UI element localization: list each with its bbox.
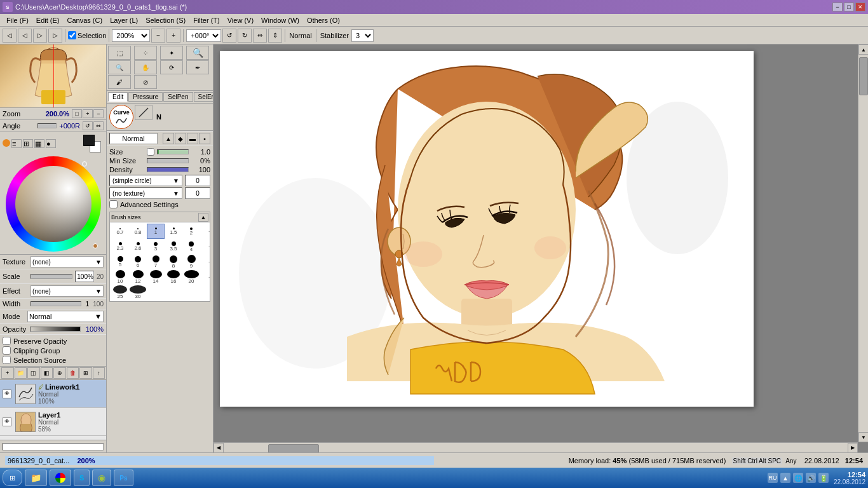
texture-brush-dropdown[interactable]: (no texture) ▼ <box>109 187 182 199</box>
brush-cell-12[interactable]: 12 <box>129 269 147 285</box>
preserve-opacity-checkbox[interactable] <box>3 337 11 345</box>
menu-file[interactable]: File (F) <box>3 16 32 25</box>
brush-shape-3[interactable]: ▬ <box>187 133 198 144</box>
scroll-up-arrow[interactable]: ▲ <box>858 44 868 55</box>
brush-shape-2[interactable]: ◆ <box>175 133 186 144</box>
menu-edit[interactable]: Edit (E) <box>32 16 64 25</box>
circle-dropdown[interactable]: (simple circle) ▼ <box>109 175 182 186</box>
pen-tab-edit[interactable]: Edit <box>108 92 128 102</box>
color-tab-wheel[interactable] <box>3 139 10 147</box>
flip-h-button[interactable]: ⇔ <box>253 29 267 43</box>
mode-dropdown[interactable]: Normal ▼ <box>27 311 104 322</box>
zoom-out-button[interactable]: − <box>151 29 165 43</box>
brush-cell-10[interactable]: 10 <box>111 269 129 285</box>
menu-layer[interactable]: Layer (L) <box>106 16 142 25</box>
brush-cell-08[interactable]: 0.8 <box>129 224 147 239</box>
opacity-slider[interactable] <box>30 327 81 332</box>
advanced-checkbox[interactable] <box>109 200 118 208</box>
minimize-button[interactable]: − <box>832 3 843 11</box>
layer-visibility-layer1[interactable]: 👁 <box>3 417 11 426</box>
width-slider[interactable] <box>31 301 81 306</box>
scroll-right-arrow[interactable]: ▶ <box>848 443 858 453</box>
zoom-btn[interactable]: 🔍 <box>108 60 131 74</box>
stabilizer-dropdown[interactable]: 3 1 2 4 5 <box>351 29 374 42</box>
brush-cell-6[interactable]: 6 <box>129 254 147 269</box>
tray-arrow-up[interactable]: ▲ <box>780 473 790 483</box>
effect-dropdown[interactable]: (none) ▼ <box>31 285 104 297</box>
taskbar-explorer[interactable]: 📁 <box>25 470 47 486</box>
texture-dropdown[interactable]: (none) ▼ <box>31 256 104 268</box>
rotate-ccw-button[interactable]: ↺ <box>222 29 236 43</box>
select-rect-btn[interactable]: ⬚ <box>108 46 131 60</box>
zoom-out-small-btn[interactable]: − <box>93 109 104 118</box>
line-subtool[interactable] <box>135 105 153 120</box>
brush-shape-4[interactable]: ▪ <box>199 133 210 144</box>
drawing-canvas[interactable] <box>220 51 754 407</box>
tray-lang[interactable]: RU <box>768 473 778 483</box>
size-slider[interactable] <box>157 149 189 154</box>
zoom-fit-btn[interactable]: + <box>83 109 93 118</box>
size-checkbox[interactable] <box>147 148 154 156</box>
new-layer-btn[interactable]: + <box>1 367 14 379</box>
selection-checkbox[interactable] <box>68 31 76 39</box>
layer-item-linework1[interactable]: 👁 🖊 Linework1 Normal 100% <box>0 380 106 408</box>
brush-cell-8[interactable]: 8 <box>165 254 182 269</box>
delete-layer-btn[interactable]: 🗑 <box>67 367 79 379</box>
brush-cell-3[interactable]: 3 <box>147 239 165 254</box>
density-slider[interactable] <box>147 167 189 172</box>
tray-network[interactable]: 🌐 <box>793 473 803 483</box>
flip-v-button[interactable]: ⇕ <box>268 29 282 43</box>
layer-merge-btn[interactable]: ⊞ <box>79 367 92 379</box>
curve-subtool[interactable]: Curve <box>109 105 133 129</box>
brush-cell-20[interactable]: 20 <box>182 269 200 285</box>
menu-view[interactable]: View (V) <box>224 16 257 25</box>
v-scrollbar-thumb[interactable] <box>859 57 868 95</box>
selection-checkbox-label[interactable]: Selection <box>68 31 106 39</box>
brush-cell-30[interactable]: 30 <box>129 285 147 300</box>
scale-slider[interactable] <box>31 274 72 279</box>
clock-area[interactable]: 12:54 22.08.2012 <box>834 471 865 485</box>
brush-cell-2[interactable]: 2 <box>182 224 200 239</box>
taskbar-photoshop[interactable]: Ps <box>114 470 133 486</box>
color-tab-swatches[interactable]: ▦ <box>34 139 44 148</box>
angle-flip-btn[interactable]: ⇔ <box>93 121 104 130</box>
taskbar-chrome[interactable] <box>50 470 71 486</box>
menu-others[interactable]: Others (O) <box>303 16 344 25</box>
eyedrop-btn[interactable]: 🔍 <box>186 46 209 60</box>
menu-filter[interactable]: Filter (T) <box>189 16 224 25</box>
zoom-in-button[interactable]: + <box>166 29 180 43</box>
rotate-cw-button[interactable]: ↻ <box>238 29 252 43</box>
brush-cell-15[interactable]: 1.5 <box>165 224 182 239</box>
brush-cell-7[interactable]: 7 <box>147 254 165 269</box>
brush-cell-07[interactable]: 0.7 <box>111 224 129 239</box>
layer-4-btn[interactable]: ◧ <box>41 367 53 379</box>
angle-reset-btn[interactable]: ↺ <box>83 121 93 130</box>
scroll-down-arrow[interactable]: ▼ <box>858 432 868 442</box>
menu-window[interactable]: Window (W) <box>257 16 303 25</box>
brush-btn[interactable]: 🖌 <box>108 75 131 89</box>
brush-cell-14[interactable]: 14 <box>147 269 165 285</box>
pen-tab-pressure[interactable]: Pressure <box>128 92 163 102</box>
color-tab-custom[interactable]: ● <box>46 139 56 148</box>
start-button[interactable]: ⊞ <box>3 470 22 486</box>
brush-cell-35[interactable]: 3.5 <box>165 239 182 254</box>
selection-source-checkbox[interactable] <box>3 356 11 364</box>
pen-btn[interactable]: ✒ <box>186 60 209 74</box>
taskbar-skype[interactable]: S <box>74 470 90 486</box>
layer-visibility-linework1[interactable]: 👁 <box>3 390 11 398</box>
zoom-dropdown[interactable]: 200% 100% 50% <box>112 29 150 42</box>
scroll-left-arrow[interactable]: ◀ <box>214 443 224 453</box>
pen-tab-selpen[interactable]: SelPen <box>163 92 193 102</box>
color-wheel-container[interactable] <box>6 156 101 252</box>
zoom-reset-btn[interactable]: □ <box>72 109 82 118</box>
brush-shape-1[interactable]: ▲ <box>163 133 174 144</box>
rotation-dropdown[interactable]: +000° <box>186 29 221 42</box>
brush-cell-5[interactable]: 5 <box>111 254 129 269</box>
tray-battery[interactable]: 🔋 <box>818 473 829 483</box>
hand-btn[interactable]: ✋ <box>134 60 157 74</box>
fg-color-swatch[interactable] <box>83 135 95 146</box>
new-folder-btn[interactable]: 📁 <box>15 367 27 379</box>
pen-tab-selers[interactable]: SelEras <box>194 92 214 102</box>
brush-cell-4[interactable]: 4 <box>182 239 200 254</box>
rotate-btn[interactable]: ⟳ <box>160 60 183 74</box>
